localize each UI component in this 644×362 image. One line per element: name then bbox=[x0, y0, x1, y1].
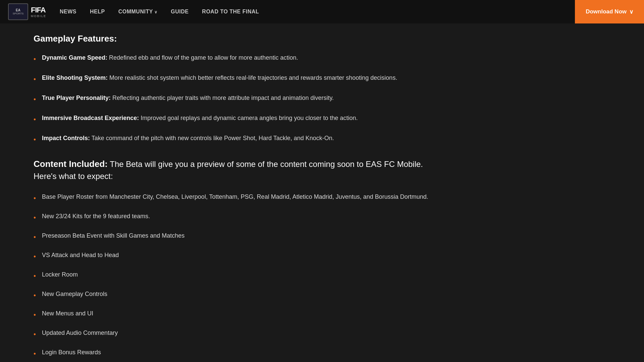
feature-desc: More realistic shot system which better … bbox=[108, 74, 397, 81]
content-item-text: New 23/24 Kits for the 9 featured teams. bbox=[42, 212, 150, 221]
list-item: • VS Attack and Head to Head bbox=[34, 251, 443, 261]
nav-news[interactable]: NEWS bbox=[60, 9, 76, 15]
bullet-icon: • bbox=[34, 54, 36, 64]
logo[interactable]: EA SPORTS FIFA MOBILE bbox=[8, 3, 46, 20]
bullet-icon: • bbox=[34, 251, 36, 261]
feature-text: True Player Personality: Reflecting auth… bbox=[42, 94, 334, 103]
logo-fifa-text: FIFA bbox=[31, 6, 46, 14]
logo-box: EA SPORTS bbox=[8, 3, 28, 20]
logo-ea-text: EA bbox=[13, 8, 24, 12]
gameplay-features-list: • Dynamic Game Speed: Redefined ebb and … bbox=[34, 53, 443, 144]
content-item-text: Login Bonus Rewards bbox=[42, 348, 101, 357]
bullet-icon: • bbox=[34, 349, 36, 359]
content-item-text: New Gameplay Controls bbox=[42, 290, 107, 299]
list-item: • Elite Shooting System: More realistic … bbox=[34, 73, 443, 84]
list-item: • Base Player Roster from Manchester Cit… bbox=[34, 192, 443, 203]
bullet-icon: • bbox=[34, 310, 36, 320]
list-item: • Impact Controls: Take command of the p… bbox=[34, 134, 443, 144]
download-chevron-icon: ∨ bbox=[629, 8, 633, 15]
feature-text: Impact Controls: Take command of the pit… bbox=[42, 134, 334, 143]
feature-bold: Dynamic Game Speed: bbox=[42, 54, 107, 61]
bullet-icon: • bbox=[34, 329, 36, 339]
navbar: EA SPORTS FIFA MOBILE NEWS HELP COMMUNIT… bbox=[0, 0, 644, 23]
feature-desc: Redefined ebb and flow of the game to al… bbox=[107, 54, 298, 61]
bullet-icon: • bbox=[34, 232, 36, 242]
feature-text: Dynamic Game Speed: Redefined ebb and fl… bbox=[42, 53, 298, 62]
bullet-icon: • bbox=[34, 134, 36, 144]
download-now-button[interactable]: Download Now ∨ bbox=[575, 0, 644, 23]
content-title-bold: Content Included: bbox=[34, 159, 108, 169]
content-items-list: • Base Player Roster from Manchester Cit… bbox=[34, 192, 443, 359]
content-item-text: Preseason Beta Event with Skill Games an… bbox=[42, 231, 184, 240]
list-item: • Login Bonus Rewards bbox=[34, 348, 443, 359]
list-item: • New Gameplay Controls bbox=[34, 290, 443, 300]
bullet-icon: • bbox=[34, 74, 36, 84]
nav-links: NEWS HELP COMMUNITY GUIDE ROAD TO THE FI… bbox=[60, 9, 575, 15]
feature-bold: Immersive Broadcast Experience: bbox=[42, 115, 139, 121]
list-item: • Immersive Broadcast Experience: Improv… bbox=[34, 114, 443, 124]
logo-mobile-text: MOBILE bbox=[31, 14, 46, 18]
feature-desc: Take command of the pitch with new contr… bbox=[90, 135, 334, 141]
feature-bold: True Player Personality: bbox=[42, 95, 111, 101]
content-item-text: VS Attack and Head to Head bbox=[42, 251, 119, 260]
list-item: • New Menus and UI bbox=[34, 309, 443, 320]
nav-road[interactable]: ROAD TO THE FINAL bbox=[202, 9, 259, 15]
content-included-title: Content Included: The Beta will give you… bbox=[34, 158, 443, 182]
content-item-text: New Menus and UI bbox=[42, 309, 93, 318]
feature-desc: Improved goal replays and dynamic camera… bbox=[139, 115, 358, 121]
feature-text: Immersive Broadcast Experience: Improved… bbox=[42, 114, 358, 123]
main-content: Gameplay Features: • Dynamic Game Speed:… bbox=[0, 23, 470, 362]
bullet-icon: • bbox=[34, 271, 36, 281]
bullet-icon: • bbox=[34, 193, 36, 203]
nav-help[interactable]: HELP bbox=[90, 9, 105, 15]
feature-desc: Reflecting authentic player traits with … bbox=[111, 95, 334, 101]
content-item-text: Locker Room bbox=[42, 270, 78, 279]
content-item-text: Updated Audio Commentary bbox=[42, 328, 118, 338]
list-item: • Dynamic Game Speed: Redefined ebb and … bbox=[34, 53, 443, 64]
bullet-icon: • bbox=[34, 290, 36, 300]
list-item: • Updated Audio Commentary bbox=[34, 328, 443, 339]
bullet-icon: • bbox=[34, 114, 36, 124]
logo-sports-text: SPORTS bbox=[13, 12, 24, 15]
list-item: • True Player Personality: Reflecting au… bbox=[34, 94, 443, 104]
gameplay-features-title: Gameplay Features: bbox=[34, 34, 443, 44]
feature-text: Elite Shooting System: More realistic sh… bbox=[42, 73, 397, 82]
list-item: • New 23/24 Kits for the 9 featured team… bbox=[34, 212, 443, 223]
feature-bold: Impact Controls: bbox=[42, 135, 90, 141]
feature-bold: Elite Shooting System: bbox=[42, 74, 108, 81]
list-item: • Locker Room bbox=[34, 270, 443, 281]
nav-guide[interactable]: GUIDE bbox=[171, 9, 189, 15]
bullet-icon: • bbox=[34, 94, 36, 104]
bullet-icon: • bbox=[34, 213, 36, 223]
download-label: Download Now bbox=[586, 8, 627, 15]
nav-community[interactable]: COMMUNITY bbox=[118, 9, 158, 15]
content-item-text: Base Player Roster from Manchester City,… bbox=[42, 192, 428, 201]
list-item: • Preseason Beta Event with Skill Games … bbox=[34, 231, 443, 242]
